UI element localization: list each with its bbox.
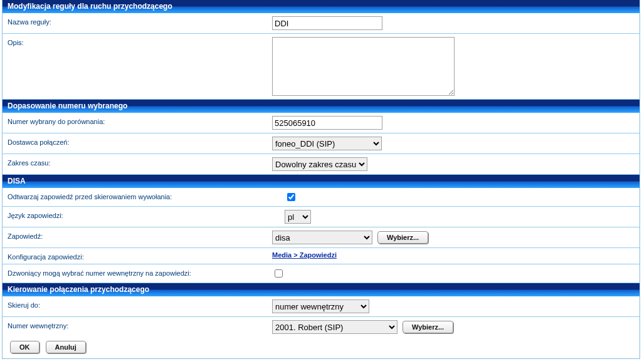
row-announcement-config: Konfiguracja zapowiedzi: Media > Zapowie…	[3, 248, 639, 264]
row-dialed-number: Numer wybrany do porównania:	[3, 113, 639, 133]
footer-buttons: OK Anuluj	[3, 337, 639, 358]
link-media-announcements[interactable]: Media > Zapowiedzi	[272, 251, 337, 259]
section-header-match: Dopasowanie numeru wybranego	[3, 100, 639, 113]
section-header-modify: Modyfikacja reguły dla ruchu przychodząc…	[3, 0, 639, 13]
checkbox-callers-can-dial[interactable]	[275, 269, 283, 278]
label-callers-can-dial: Dzwoniący mogą wybrać numer wewnętrzny n…	[8, 268, 272, 277]
label-announcement-config: Konfiguracja zapowiedzi:	[8, 251, 272, 261]
ok-button[interactable]: OK	[10, 341, 39, 353]
select-route-target[interactable]: numer wewnętrzny	[272, 299, 369, 313]
label-extension: Numer wewnętrzny:	[8, 320, 272, 330]
row-announcement-lang: Język zapowiedzi: pl	[3, 207, 639, 227]
label-rule-name: Nazwa reguły:	[8, 16, 272, 26]
section-header-routing: Kierowanie połączenia przychodzącego	[3, 283, 639, 296]
cancel-button[interactable]: Anuluj	[46, 341, 86, 353]
select-extension[interactable]: 2001. Robert (SIP)	[272, 320, 397, 334]
row-rule-name: Nazwa reguły:	[3, 13, 639, 34]
checkbox-play-announcement[interactable]	[287, 193, 295, 201]
input-rule-name[interactable]	[272, 16, 382, 30]
select-provider[interactable]: foneo_DDI (SIP)	[272, 137, 382, 150]
label-announcement-lang: Język zapowiedzi:	[8, 210, 285, 219]
label-description: Opis:	[8, 37, 272, 46]
select-time-range[interactable]: Dowolny zakres czasu	[272, 157, 367, 171]
button-select-announcement[interactable]: Wybierz...	[377, 231, 428, 244]
row-provider: Dostawca połączeń: foneo_DDI (SIP)	[3, 133, 639, 154]
label-dialed-number: Numer wybrany do porównania:	[8, 116, 272, 125]
select-announcement[interactable]: disa	[272, 231, 372, 244]
form-container: Modyfikacja reguły dla ruchu przychodząc…	[2, 0, 640, 359]
row-route-target: Skieruj do: numer wewnętrzny	[3, 296, 639, 317]
row-play-announcement: Odtwarzaj zapowiedź przed skierowaniem w…	[3, 188, 639, 207]
label-provider: Dostawca połączeń:	[8, 137, 272, 146]
row-callers-can-dial: Dzwoniący mogą wybrać numer wewnętrzny n…	[3, 264, 639, 283]
row-description: Opis:	[3, 34, 639, 100]
label-route-target: Skieruj do:	[8, 299, 272, 309]
select-announcement-lang[interactable]: pl	[285, 210, 311, 224]
label-play-announcement: Odtwarzaj zapowiedź przed skierowaniem w…	[8, 191, 285, 200]
row-announcement: Zapowiedź: disa Wybierz...	[3, 227, 639, 248]
button-select-extension[interactable]: Wybierz...	[403, 321, 453, 333]
textarea-description[interactable]	[272, 37, 455, 96]
row-extension: Numer wewnętrzny: 2001. Robert (SIP) Wyb…	[3, 317, 639, 337]
input-dialed-number[interactable]	[272, 116, 382, 130]
label-time-range: Zakres czasu:	[8, 157, 272, 167]
row-time-range: Zakres czasu: Dowolny zakres czasu	[3, 154, 639, 175]
section-header-disa: DISA	[3, 175, 639, 188]
label-announcement: Zapowiedź:	[8, 231, 272, 240]
